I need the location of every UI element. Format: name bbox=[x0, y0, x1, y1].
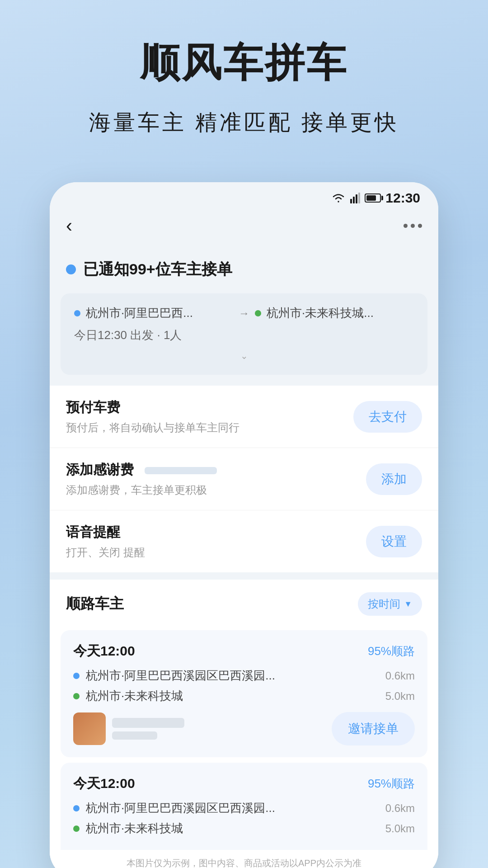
route-arrow: → bbox=[239, 307, 249, 320]
back-button[interactable]: ‹ bbox=[66, 215, 72, 236]
driver2-to-dist: 5.0km bbox=[385, 822, 415, 835]
drivers-header: 顺路车主 按时间 ▼ bbox=[50, 580, 438, 625]
driver1-rating bbox=[112, 731, 157, 740]
nav-bar: ‹ bbox=[50, 210, 438, 245]
voice-title: 语音提醒 bbox=[66, 523, 366, 542]
driver1-to-row: 杭州市·未来科技城 5.0km bbox=[73, 688, 415, 704]
pay-left: 预付车费 预付后，将自动确认与接单车主同行 bbox=[66, 398, 353, 435]
driver2-match: 95%顺路 bbox=[368, 776, 415, 792]
driver2-to: 杭州市·未来科技城 bbox=[86, 821, 379, 836]
trip-from: 杭州市·阿里巴巴西... bbox=[86, 305, 233, 321]
driver1-from: 杭州市·阿里巴巴西溪园区巴西溪园... bbox=[86, 668, 379, 684]
notification-bar: 已通知99+位车主接单 bbox=[50, 250, 438, 293]
tip-button[interactable]: 添加 bbox=[366, 463, 422, 495]
driver2-from-dist: 0.6km bbox=[385, 802, 415, 815]
driver1-info-left bbox=[73, 712, 184, 745]
voice-subtitle: 打开、关闭 提醒 bbox=[66, 545, 366, 560]
trip-route-row: 杭州市·阿里巴巴西... → 杭州市·未来科技城... bbox=[74, 305, 414, 321]
trip-to: 杭州市·未来科技城... bbox=[267, 305, 414, 321]
action-voice: 语音提醒 打开、关闭 提醒 设置 bbox=[50, 510, 438, 572]
svg-rect-2 bbox=[356, 194, 357, 203]
driver1-time-row: 今天12:00 95%顺路 bbox=[73, 642, 415, 660]
voice-button[interactable]: 设置 bbox=[366, 526, 422, 557]
driver2-time-row: 今天12:00 95%顺路 bbox=[73, 774, 415, 793]
trip-card: 杭州市·阿里巴巴西... → 杭州市·未来科技城... 今日12:30 出发 ·… bbox=[61, 293, 427, 375]
driver2-from-dot bbox=[73, 805, 80, 811]
svg-rect-3 bbox=[358, 193, 360, 203]
status-icons: 12:30 bbox=[331, 190, 420, 206]
tip-title-text: 添加感谢费 bbox=[66, 462, 134, 477]
pay-subtitle: 预付后，将自动确认与接单车主同行 bbox=[66, 420, 353, 435]
actions-container: 预付车费 预付后，将自动确认与接单车主同行 去支付 添加感谢费 添加感谢费，车主… bbox=[50, 386, 438, 572]
driver1-to: 杭州市·未来科技城 bbox=[86, 688, 379, 704]
status-bar: 12:30 bbox=[50, 182, 438, 210]
driver-card-1: 今天12:00 95%顺路 杭州市·阿里巴巴西溪园区巴西溪园... 0.6km … bbox=[61, 630, 427, 757]
action-pay: 预付车费 预付后，将自动确认与接单车主同行 去支付 bbox=[50, 386, 438, 448]
driver1-from-dist: 0.6km bbox=[385, 670, 415, 682]
pay-button[interactable]: 去支付 bbox=[353, 401, 422, 433]
sort-arrow-icon: ▼ bbox=[404, 599, 412, 609]
driver2-from: 杭州市·阿里巴巴西溪园区巴西溪园... bbox=[86, 800, 379, 816]
action-tip: 添加感谢费 添加感谢费，车主接单更积极 添加 bbox=[50, 448, 438, 510]
page-title: 顺风车拼车 bbox=[27, 36, 461, 90]
dot1 bbox=[404, 224, 408, 228]
trip-expand[interactable]: ⌄ bbox=[74, 350, 414, 361]
driver2-to-dot bbox=[73, 826, 80, 832]
footer-note: 本图片仅为示例，图中内容、商品或活动以APP内公示为准 bbox=[50, 850, 438, 868]
driver1-time: 今天12:00 bbox=[73, 642, 135, 660]
notif-dot bbox=[66, 264, 76, 274]
status-time: 12:30 bbox=[385, 190, 420, 206]
to-dot bbox=[255, 310, 261, 316]
signal-icon bbox=[350, 193, 360, 203]
section-gap bbox=[50, 572, 438, 580]
page-wrapper: 顺风车拼车 海量车主 精准匹配 接单更快 bbox=[0, 0, 488, 868]
invite-button-1[interactable]: 邀请接单 bbox=[332, 712, 415, 745]
driver1-avatar bbox=[73, 712, 106, 745]
notif-text: 已通知99+位车主接单 bbox=[83, 259, 232, 280]
driver1-text-info bbox=[112, 718, 184, 740]
wifi-icon bbox=[331, 193, 346, 203]
more-button[interactable] bbox=[404, 224, 422, 228]
voice-left: 语音提醒 打开、关闭 提醒 bbox=[66, 523, 366, 560]
battery-fill bbox=[366, 195, 376, 201]
drivers-title: 顺路车主 bbox=[66, 594, 124, 614]
drivers-section: 顺路车主 按时间 ▼ 今天12:00 95%顺路 杭州市·阿里巴巴西溪园区巴西溪… bbox=[50, 580, 438, 868]
driver2-time: 今天12:00 bbox=[73, 774, 135, 793]
driver1-to-dot bbox=[73, 693, 80, 699]
battery-icon bbox=[365, 193, 381, 203]
svg-rect-0 bbox=[350, 199, 352, 203]
dot3 bbox=[418, 224, 422, 228]
tip-title: 添加感谢费 bbox=[66, 461, 366, 479]
driver2-from-row: 杭州市·阿里巴巴西溪园区巴西溪园... 0.6km bbox=[73, 800, 415, 816]
from-dot bbox=[74, 310, 80, 316]
driver1-name bbox=[112, 718, 184, 728]
trip-info: 今日12:30 出发 · 1人 bbox=[74, 327, 414, 343]
app-content: 已通知99+位车主接单 杭州市·阿里巴巴西... → 杭州市·未来科技城... … bbox=[50, 245, 438, 868]
phone-mockup: 12:30 ‹ 已通知99+位车主接单 杭州市·阿里巴巴西. bbox=[50, 182, 438, 868]
svg-rect-1 bbox=[353, 197, 355, 203]
driver1-profile-row: 邀请接单 bbox=[73, 712, 415, 745]
driver-card-2: 今天12:00 95%顺路 杭州市·阿里巴巴西溪园区巴西溪园... 0.6km … bbox=[61, 763, 427, 850]
driver1-to-dist: 5.0km bbox=[385, 690, 415, 703]
tip-amount-bar bbox=[145, 467, 217, 474]
driver1-from-row: 杭州市·阿里巴巴西溪园区巴西溪园... 0.6km bbox=[73, 668, 415, 684]
sort-label: 按时间 bbox=[368, 597, 400, 611]
driver2-to-row: 杭州市·未来科技城 5.0km bbox=[73, 821, 415, 836]
page-subtitle: 海量车主 精准匹配 接单更快 bbox=[27, 108, 461, 137]
sort-button[interactable]: 按时间 ▼ bbox=[358, 592, 422, 616]
page-header: 顺风车拼车 海量车主 精准匹配 接单更快 bbox=[0, 0, 488, 164]
tip-subtitle: 添加感谢费，车主接单更积极 bbox=[66, 483, 366, 497]
driver1-from-dot bbox=[73, 673, 80, 679]
driver1-match: 95%顺路 bbox=[368, 643, 415, 659]
tip-left: 添加感谢费 添加感谢费，车主接单更积极 bbox=[66, 461, 366, 497]
pay-title: 预付车费 bbox=[66, 398, 353, 417]
dot2 bbox=[411, 224, 415, 228]
